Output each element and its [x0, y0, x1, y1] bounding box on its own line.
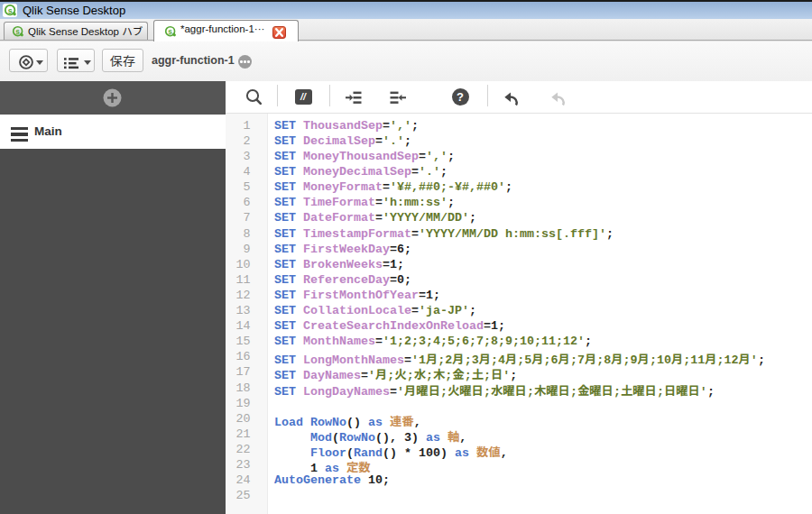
svg-text:s: s	[7, 6, 12, 15]
svg-text:s: s	[168, 27, 172, 36]
svg-text:s: s	[15, 27, 20, 36]
